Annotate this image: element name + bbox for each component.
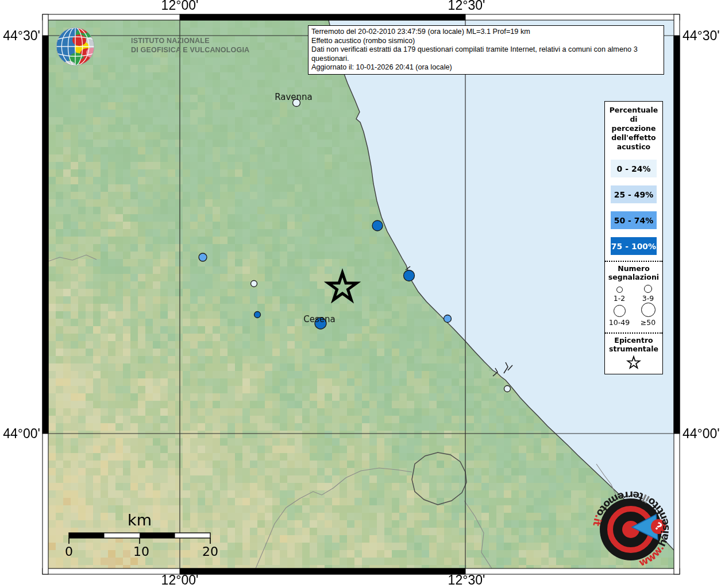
earthquake-info-box: Terremoto del 20-02-2010 23:47:59 (ora l…	[308, 25, 664, 75]
legend-class-2: 50 - 74%	[611, 211, 657, 229]
felt-report-dot	[255, 312, 261, 318]
epicenter-star	[328, 273, 356, 300]
legend-count-1: 3-9	[634, 285, 662, 303]
scale-bar: km 0 10 20	[65, 511, 218, 559]
graticule	[48, 20, 674, 568]
felt-report-dot	[504, 386, 511, 392]
felt-report-points	[199, 99, 511, 392]
city-label-cesena: Cesena	[303, 314, 335, 324]
legend-divider-1	[605, 261, 662, 262]
count-label: 1-2	[614, 294, 625, 303]
lon-label-top-right: 12°30'	[448, 0, 485, 13]
legend-class-1: 25 - 49%	[611, 185, 657, 203]
count-label: ≥50	[641, 318, 656, 327]
legend: Percentuale di percezione dell'effetto a…	[604, 101, 663, 374]
scale-tick-20: 20	[202, 544, 218, 559]
ingv-globe-icon	[56, 24, 100, 71]
count-circle-icon	[644, 285, 652, 293]
lon-label-bottom-left: 12°00'	[161, 572, 199, 587]
count-circle-icon	[614, 305, 626, 317]
felt-report-dot	[372, 220, 383, 231]
felt-report-dot	[444, 315, 452, 323]
city-label-ravenna: Ravenna	[275, 92, 313, 102]
ingv-logo: ISTITUTO NAZIONALE DI GEOFISICA E VULCAN…	[56, 24, 249, 71]
info-line-event: Terremoto del 20-02-2010 23:47:59 (ora l…	[311, 28, 661, 37]
info-line-effect: Effetto acustico (rombo sismico)	[311, 37, 661, 46]
legend-divider-2	[605, 332, 662, 334]
scale-unit-label: km	[128, 511, 152, 529]
lat-label-left-bottom: 44°00'	[3, 426, 40, 441]
epicenter-star-symbol	[328, 273, 356, 300]
epicenter-star-icon	[625, 354, 642, 370]
legend-count-3: ≥50	[634, 303, 662, 327]
legend-count-2: 10-49	[605, 303, 634, 327]
info-line-source: Dati non verificati estratti da 179 ques…	[311, 45, 661, 63]
ingv-name-line1: ISTITUTO NAZIONALE	[131, 37, 210, 45]
count-circle-icon	[616, 287, 623, 293]
scale-tick-0: 0	[65, 544, 73, 559]
count-label: 3-9	[642, 294, 654, 303]
count-circle-icon	[641, 303, 656, 317]
legend-count-symbols: 1-23-910-49≥50	[605, 285, 662, 327]
count-label: 10-49	[609, 318, 630, 327]
lon-label-top-left: 12°00'	[161, 0, 199, 13]
lon-label-bottom-right: 12°30'	[448, 572, 485, 587]
lat-label-right-bottom: 44°00'	[683, 426, 720, 441]
legend-classes: 0 - 24%25 - 49%50 - 74%75 - 100%	[605, 160, 662, 255]
felt-report-dot	[199, 253, 207, 261]
legend-epicenter-title: Epicentro strumentale	[605, 336, 662, 353]
ingv-name-line2: DI GEOFISICA E VULCANOLOGIA	[131, 46, 249, 54]
lat-label-right-top: 44°30'	[683, 28, 720, 43]
legend-title: Percentuale di percezione dell'effetto a…	[605, 106, 662, 152]
felt-report-dot	[251, 281, 257, 287]
lat-label-left-top: 44°30'	[3, 28, 40, 43]
city-labels: RavennaCesena	[275, 92, 336, 324]
legend-class-0: 0 - 24%	[611, 160, 657, 177]
legend-counts-title: Numero segnalazioni	[605, 264, 662, 281]
map-frame	[43, 14, 680, 574]
legend-count-0: 1-2	[605, 285, 634, 303]
scale-tick-10: 10	[133, 544, 149, 559]
felt-report-dot	[404, 270, 415, 281]
ingv-felt-report-map: 12°00' 12°30' 12°00' 12°30' 44°30' 44°00…	[0, 0, 721, 588]
haisentito-logo: ?www.haisentitoilterremoto.it	[591, 489, 671, 568]
info-line-updated: Aggiornato il: 10-01-2026 20:41 (ora loc…	[311, 63, 661, 72]
legend-class-3: 75 - 100%	[611, 237, 657, 255]
